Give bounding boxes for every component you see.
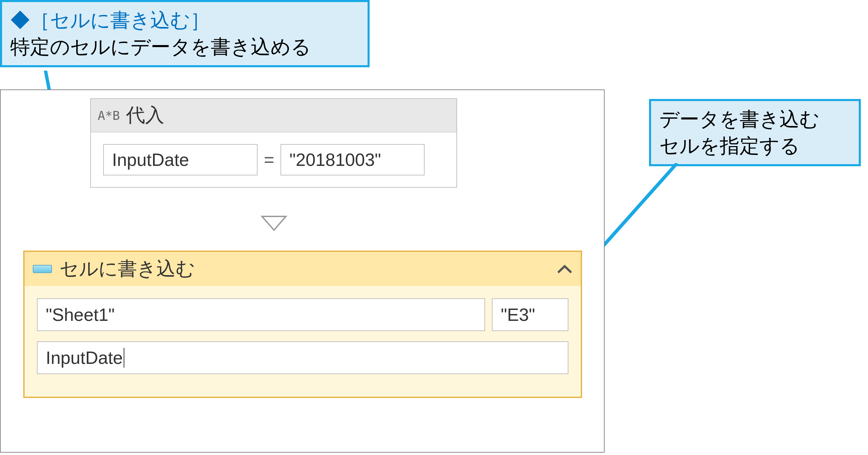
activity-write-cell-body: "Sheet1" "E3" InputDate bbox=[25, 286, 581, 397]
callout-writecell-body: 特定のセルにデータを書き込める bbox=[10, 35, 311, 58]
activity-assign-title: 代入 bbox=[126, 102, 164, 128]
activity-write-cell-title: セルに書き込む bbox=[59, 256, 557, 282]
collapse-chevron-icon[interactable] bbox=[557, 260, 573, 278]
assign-equals: = bbox=[264, 150, 274, 170]
activity-assign-body: InputDate = "20181003" bbox=[91, 132, 456, 187]
write-cell-cell-field[interactable]: "E3" bbox=[492, 298, 568, 331]
workflow-panel: A*B 代入 InputDate = "20181003" セルに書き込む bbox=[0, 89, 605, 453]
activity-assign-header[interactable]: A*B 代入 bbox=[91, 99, 456, 132]
write-cell-sheet-field[interactable]: "Sheet1" bbox=[37, 298, 485, 331]
activity-write-cell[interactable]: セルに書き込む "Sheet1" "E3" InputDate bbox=[23, 251, 582, 398]
write-cell-value-text: InputDate bbox=[46, 348, 124, 368]
flow-arrow-icon bbox=[259, 213, 289, 233]
svg-marker-1 bbox=[262, 216, 286, 230]
write-cell-value-field[interactable]: InputDate bbox=[37, 341, 568, 374]
activity-assign[interactable]: A*B 代入 InputDate = "20181003" bbox=[90, 98, 457, 188]
assign-icon: A*B bbox=[98, 109, 120, 123]
write-cell-icon bbox=[33, 265, 52, 273]
callout-specify-cell-line1: データを書き込む bbox=[659, 108, 819, 130]
assign-value-field[interactable]: "20181003" bbox=[280, 144, 425, 175]
activity-write-cell-header[interactable]: セルに書き込む bbox=[25, 252, 581, 286]
callout-specify-cell: データを書き込む セルを指定する bbox=[649, 99, 861, 166]
callout-writecell-description: ◆［セルに書き込む］ 特定のセルにデータを書き込める bbox=[0, 0, 370, 67]
assign-to-field[interactable]: InputDate bbox=[103, 144, 258, 175]
callout-bracket-title: ［セルに書き込む］ bbox=[30, 9, 210, 31]
callout-diamond: ◆ bbox=[10, 9, 30, 31]
callout-specify-cell-line2: セルを指定する bbox=[659, 134, 800, 157]
